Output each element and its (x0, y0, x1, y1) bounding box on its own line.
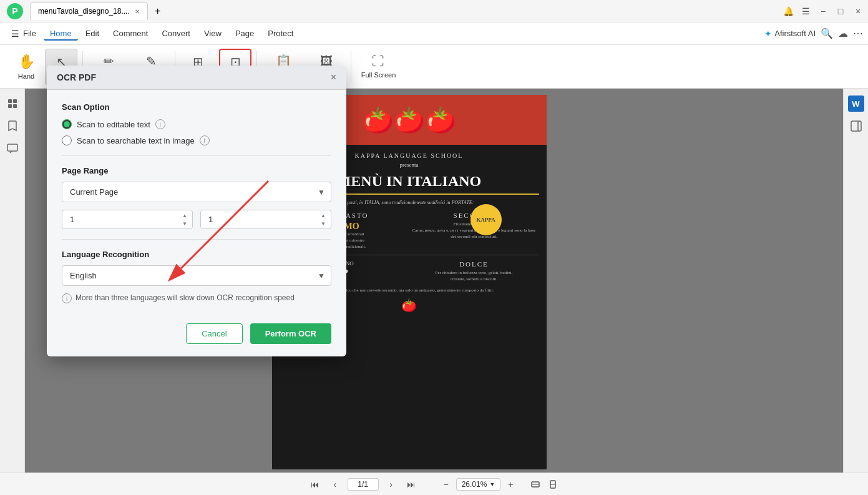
page-to-down-btn[interactable]: ▼ (318, 220, 329, 227)
page-range-title: Page Range (62, 166, 331, 175)
dialog-header: OCR PDF × (47, 66, 346, 90)
scan-editable-radio[interactable] (62, 119, 72, 129)
page-to-wrapper: ▲ ▼ (200, 210, 331, 229)
editable-info-icon[interactable]: i (155, 119, 165, 129)
page-from-input[interactable] (62, 210, 193, 229)
scan-editable-label: Scan to editable text (77, 120, 150, 129)
searchable-info-icon[interactable]: i (200, 135, 210, 145)
dialog-body: Scan Option Scan to editable text i Scan… (47, 90, 346, 316)
warning-text-area: i More than three languages will slow do… (62, 293, 331, 303)
cancel-button[interactable]: Cancel (186, 323, 242, 344)
dialog-title: OCR PDF (57, 72, 96, 82)
ocr-dialog: OCR PDF × Scan Option Scan to editable t… (47, 66, 346, 356)
scan-searchable-radio[interactable] (62, 135, 72, 145)
page-inputs: ▲ ▼ ▲ ▼ (62, 210, 331, 229)
scan-searchable-label: Scan to searchable text in image (77, 136, 195, 145)
page-from-up-btn[interactable]: ▲ (179, 212, 190, 219)
page-to-spinners: ▲ ▼ (318, 210, 329, 229)
scan-editable-option: Scan to editable text i (62, 119, 331, 129)
language-title: Language Recognition (62, 250, 331, 259)
warning-label: More than three languages will slow down… (76, 293, 295, 302)
dialog-overlay: OCR PDF × Scan Option Scan to editable t… (0, 0, 868, 495)
dialog-footer: Cancel Perform OCR (47, 316, 346, 356)
perform-ocr-button[interactable]: Perform OCR (250, 323, 331, 344)
scan-searchable-option: Scan to searchable text in image i (62, 135, 331, 145)
scan-option-title: Scan Option (62, 102, 331, 112)
page-to-up-btn[interactable]: ▲ (318, 212, 329, 219)
page-range-select[interactable]: Current Page All Pages Custom Range (62, 182, 331, 202)
page-from-wrapper: ▲ ▼ (62, 210, 193, 229)
warning-info-icon: i (62, 293, 72, 303)
page-from-down-btn[interactable]: ▼ (179, 220, 190, 227)
divider-1 (62, 155, 331, 156)
page-range-select-wrapper: Current Page All Pages Custom Range ▼ (62, 182, 331, 202)
dialog-close-btn[interactable]: × (331, 72, 336, 83)
page-to-input[interactable] (200, 210, 331, 229)
language-select[interactable]: English French German Italian Spanish (62, 265, 331, 286)
divider-2 (62, 239, 331, 240)
language-select-wrapper: English French German Italian Spanish ▼ (62, 265, 331, 286)
page-from-spinners: ▲ ▼ (179, 210, 190, 229)
